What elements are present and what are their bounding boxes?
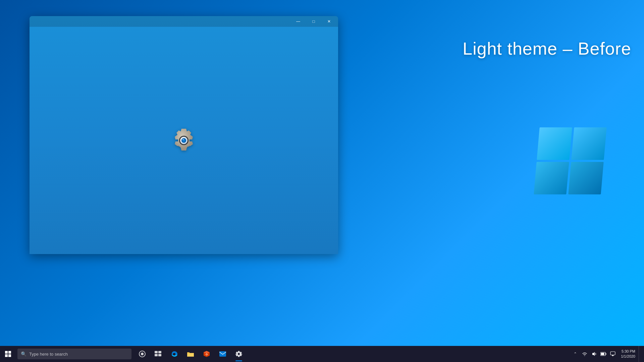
start-icon: [5, 351, 11, 357]
svg-rect-9: [155, 354, 158, 356]
svg-rect-17: [601, 353, 604, 355]
sys-tray-network-icon[interactable]: [580, 346, 589, 362]
svg-rect-7: [155, 351, 158, 353]
svg-marker-14: [592, 352, 595, 356]
sys-tray-notifications-icon[interactable]: [608, 346, 618, 362]
cortana-icon[interactable]: [134, 346, 150, 362]
task-view-icon[interactable]: [150, 346, 166, 362]
svg-rect-18: [610, 352, 615, 355]
file-explorer-icon[interactable]: [182, 346, 199, 362]
svg-text:O: O: [206, 353, 208, 356]
settings-window: — □ ✕: [30, 16, 338, 254]
win-logo-pane-tl: [537, 127, 572, 160]
sys-tray-time[interactable]: 5:30 PM 1/1/2020: [618, 346, 639, 362]
maximize-button[interactable]: □: [306, 16, 321, 27]
mail-icon[interactable]: [215, 346, 231, 362]
show-desktop-button[interactable]: [639, 346, 641, 362]
window-titlebar: — □ ✕: [30, 16, 338, 27]
window-content: [30, 27, 338, 254]
settings-gear-icon: [170, 127, 197, 154]
svg-rect-12: [219, 351, 226, 357]
sys-tray-battery-icon[interactable]: [599, 346, 608, 362]
windows-logo: [537, 127, 604, 194]
minimize-button[interactable]: —: [290, 16, 306, 27]
win-logo-pane-bl: [534, 162, 569, 194]
taskbar: 🔍 Type here to search: [0, 346, 644, 362]
search-bar[interactable]: 🔍 Type here to search: [17, 349, 131, 359]
clock-date: 1/1/2020: [621, 354, 635, 359]
edge-icon[interactable]: [166, 346, 182, 362]
svg-point-6: [141, 353, 144, 355]
sys-tray-sound-icon[interactable]: [589, 346, 599, 362]
clock-time: 5:30 PM: [622, 349, 635, 354]
sys-tray-chevron[interactable]: ⌃: [571, 346, 580, 362]
win-logo-pane-br: [568, 162, 603, 194]
taskbar-icons: O: [134, 346, 247, 362]
search-icon: 🔍: [21, 351, 26, 357]
svg-rect-16: [606, 353, 606, 355]
svg-point-4: [182, 139, 184, 140]
theme-label: Light theme – Before: [463, 39, 631, 59]
svg-rect-8: [158, 351, 161, 353]
settings-taskbar-icon[interactable]: [231, 346, 247, 362]
desktop: Light theme – Before — □ ✕: [0, 0, 644, 362]
win-logo-pane-tr: [571, 127, 606, 160]
start-button[interactable]: [0, 346, 16, 362]
svg-point-13: [238, 353, 240, 355]
svg-rect-10: [158, 354, 161, 356]
close-button[interactable]: ✕: [321, 16, 337, 27]
office-icon[interactable]: O: [199, 346, 215, 362]
search-placeholder-text: Type here to search: [29, 352, 68, 357]
sys-tray: ⌃: [571, 346, 644, 362]
